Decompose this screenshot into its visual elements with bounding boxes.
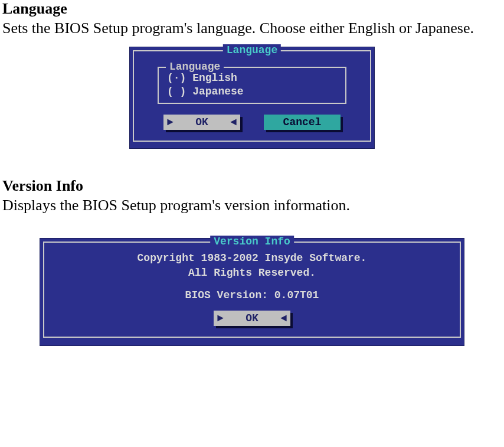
ok-button[interactable]: ► OK ◄: [163, 115, 240, 130]
rights-line: All Rights Reserved.: [50, 266, 454, 280]
language-dialog-frame: Language Language (·) English ( ) Japane…: [133, 50, 371, 142]
version-info-dialog-title: Version Info: [210, 236, 294, 247]
version-info-dialog-frame: Version Info Copyright 1983-2002 Insyde …: [43, 242, 461, 338]
version-info-dialog-buttons: ► OK ◄: [50, 311, 454, 326]
ok-button[interactable]: ► OK ◄: [214, 311, 290, 326]
version-info-text: Copyright 1983-2002 Insyde Software. All…: [50, 251, 454, 302]
bios-version-line: BIOS Version: 0.07T01: [50, 288, 454, 302]
language-heading: Language: [2, 0, 502, 18]
language-option-english[interactable]: (·) English: [167, 71, 337, 85]
triangle-right-icon: ►: [167, 115, 174, 130]
language-radio-group-title: Language: [166, 61, 224, 73]
language-description: Sets the BIOS Setup program's language. …: [2, 19, 502, 37]
ok-button-label: OK: [246, 312, 258, 324]
language-dialog-title: Language: [223, 44, 281, 56]
version-info-dialog: Version Info Copyright 1983-2002 Insyde …: [40, 238, 464, 346]
language-option-japanese[interactable]: ( ) Japanese: [167, 85, 337, 99]
triangle-right-icon: ►: [217, 311, 224, 326]
triangle-left-icon: ◄: [230, 115, 237, 130]
language-dialog: Language Language (·) English ( ) Japane…: [129, 47, 375, 149]
ok-button-label: OK: [195, 116, 208, 128]
language-dialog-buttons: ► OK ◄ Cancel: [140, 115, 364, 130]
version-info-description: Displays the BIOS Setup program's versio…: [2, 196, 502, 214]
copyright-line: Copyright 1983-2002 Insyde Software.: [50, 251, 454, 265]
version-info-heading: Version Info: [2, 177, 502, 195]
language-radio-group: Language (·) English ( ) Japanese: [158, 67, 346, 104]
cancel-button[interactable]: Cancel: [264, 115, 341, 130]
triangle-left-icon: ◄: [280, 311, 287, 326]
cancel-button-label: Cancel: [283, 116, 322, 128]
